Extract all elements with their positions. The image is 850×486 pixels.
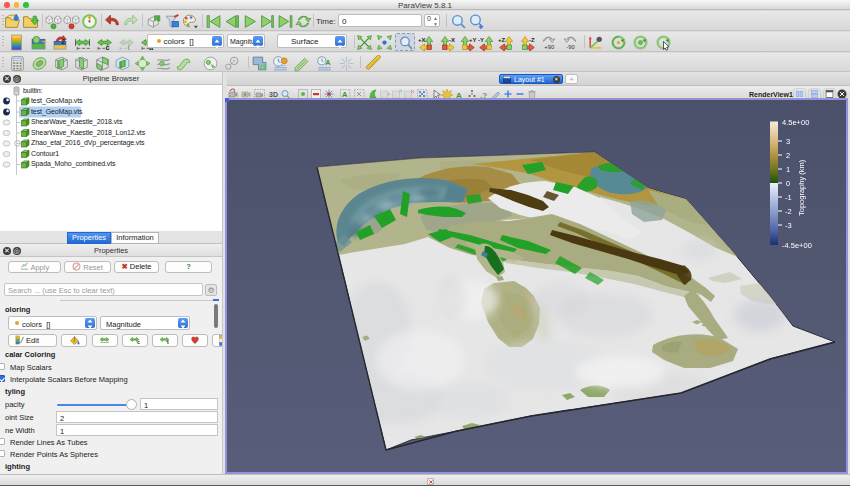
svg-text:-Z: -Z [529, 36, 535, 42]
svg-text:-X: -X [449, 36, 455, 42]
svg-text:+Y: +Y [469, 36, 477, 42]
svg-text:-Y: -Y [478, 36, 484, 42]
svg-text:-3: -3 [785, 221, 792, 230]
svg-text:c: c [137, 339, 140, 345]
svg-text:+90: +90 [544, 44, 555, 50]
svg-text:1: 1 [786, 165, 790, 174]
svg-text:2: 2 [62, 37, 66, 44]
svg-text:4.5e+00: 4.5e+00 [782, 118, 809, 127]
svg-text:-2: -2 [785, 207, 792, 216]
svg-text:-1: -1 [785, 193, 792, 202]
svg-text:A: A [326, 59, 331, 66]
svg-text:2: 2 [786, 151, 790, 160]
svg-text:RenderView1: RenderView1 [749, 91, 793, 98]
svg-text:c: c [106, 43, 110, 51]
svg-text:-4.5e+00: -4.5e+00 [782, 241, 812, 250]
svg-text:-90: -90 [566, 44, 575, 50]
svg-text:3D: 3D [269, 91, 278, 98]
svg-text:Topography (km): Topography (km) [797, 159, 806, 216]
svg-text:+Z: +Z [498, 36, 506, 42]
svg-text:0: 0 [786, 179, 790, 188]
svg-text:3: 3 [786, 137, 790, 146]
svg-text:+X: +X [418, 36, 426, 42]
